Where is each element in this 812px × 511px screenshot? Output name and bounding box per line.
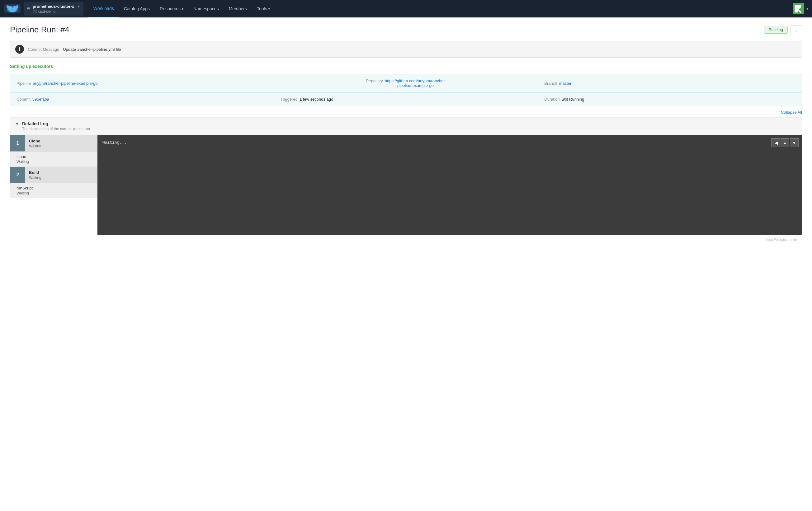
user-avatar[interactable] [793, 3, 804, 14]
pipeline-label: Pipeline [17, 81, 31, 86]
duration-value: Still Running [561, 97, 584, 102]
more-actions-button[interactable]: ⋮ [790, 25, 802, 34]
svg-point-5 [6, 5, 9, 8]
commit-value[interactable]: 595efaba [32, 97, 49, 102]
triggered-value: a few seconds ago [299, 97, 333, 102]
triggered-label: Triggered [281, 97, 298, 102]
substep-1-0-name: clone [17, 154, 93, 159]
triggered-cell: Triggered a few seconds ago [274, 92, 538, 106]
cluster-sub-name: ⬛ cicd-demo [33, 9, 80, 14]
header-actions: Building ⋮ [764, 25, 802, 34]
cluster-chevron-icon: ▼ [77, 5, 80, 8]
log-title-group: Detailed Log The detailed log of the cur… [22, 121, 91, 131]
collapse-all-link[interactable]: Collapse All [781, 110, 802, 115]
info-row-1: Pipeline anypm/rancher-pipeline-example-… [10, 74, 802, 92]
step-1-info: Clone Waiting [25, 135, 97, 152]
pipeline-info-grid: Pipeline anypm/rancher-pipeline-example-… [10, 74, 802, 106]
commit-bar: i Commit Message Update .rancher-pipelin… [10, 41, 802, 58]
step-2-status: Waiting [29, 176, 93, 180]
navbar: ☰ prometheus-cluster-x ▼ ⬛ cicd-demo Wor… [0, 0, 812, 18]
log-title: Detailed Log [22, 121, 91, 126]
step-1-name: Clone [29, 139, 93, 143]
detailed-log-body: 1 Clone Waiting clone Waiting [10, 135, 802, 235]
step-2-header[interactable]: 2 Build Waiting [10, 167, 97, 183]
log-up-btn[interactable]: ▲ [781, 138, 789, 147]
repository-value[interactable]: https://github.com/anypm/rancher-pipelin… [385, 79, 446, 88]
branch-cell: Branch master [538, 77, 802, 90]
svg-point-10 [14, 7, 15, 8]
steps-panel: 1 Clone Waiting clone Waiting [10, 135, 97, 235]
page-header: Pipeline Run: #4 Building ⋮ [10, 25, 802, 34]
duration-cell: Duration Still Running [538, 92, 802, 106]
logo[interactable] [4, 2, 21, 15]
nav-links: Workloads Catalog Apps Resources ▾ Names… [88, 0, 793, 18]
step-1-number: 1 [10, 135, 25, 152]
substep-2-0-status: Waiting [17, 191, 93, 195]
step-1-header[interactable]: 1 Clone Waiting [10, 135, 97, 152]
nav-members[interactable]: Members [224, 0, 252, 18]
nav-workloads[interactable]: Workloads [88, 0, 119, 18]
svg-rect-14 [794, 7, 800, 9]
detailed-log-section: ▼ Detailed Log The detailed log of the c… [10, 117, 802, 235]
svg-point-9 [10, 7, 10, 8]
log-down-icon: ▼ [792, 140, 796, 145]
nav-tools[interactable]: Tools ▾ [252, 0, 275, 18]
svg-point-6 [16, 5, 18, 8]
step-1-sub-0[interactable]: clone Waiting [10, 152, 97, 166]
log-content: Waiting... [103, 140, 797, 145]
nav-namespaces[interactable]: Namespaces [188, 0, 224, 18]
footer-text: https://blog.csdn.net/ [765, 238, 797, 241]
step-2-name: Build [29, 170, 93, 175]
log-first-icon: |◀ [774, 140, 778, 145]
log-panel: |◀ ▲ ▼ Waiting... [97, 135, 802, 235]
setting-up-label: Setting up executors [10, 64, 802, 69]
info-icon: i [15, 45, 24, 54]
info-row-2: Commit 595efaba Triggered a few seconds … [10, 92, 802, 106]
page-content: Pipeline Run: #4 Building ⋮ i Commit Mes… [0, 18, 812, 251]
step-2-info: Build Waiting [25, 167, 97, 183]
cluster-main-name: prometheus-cluster-x [33, 4, 74, 9]
log-down-btn[interactable]: ▼ [790, 138, 799, 147]
page-title: Pipeline Run: #4 [10, 25, 69, 34]
navbar-right: ▾ [793, 3, 812, 14]
step-2-number: 2 [10, 167, 25, 183]
step-1-status: Waiting [29, 144, 93, 148]
substep-1-0-status: Waiting [17, 160, 93, 164]
duration-label: Duration [544, 97, 559, 102]
resources-chevron-icon: ▾ [182, 7, 183, 10]
collapse-bar: Collapse All [10, 110, 802, 115]
step-2-sub-0[interactable]: runScript Waiting [10, 183, 97, 198]
svg-point-4 [9, 8, 16, 12]
repository-label: Repositry [366, 79, 383, 83]
log-first-btn[interactable]: |◀ [771, 138, 780, 147]
commit-label-info: Commit [17, 97, 30, 102]
branch-label: Branch [544, 81, 557, 86]
log-toolbar: |◀ ▲ ▼ [771, 138, 799, 147]
pipeline-value[interactable]: anypm/rancher-pipeline-example-go [33, 81, 97, 86]
user-menu-chevron-icon[interactable]: ▾ [806, 6, 808, 11]
nav-resources[interactable]: Resources ▾ [155, 0, 188, 18]
step-group-1: 1 Clone Waiting clone Waiting [10, 135, 97, 167]
branch-value[interactable]: master [559, 81, 572, 86]
step-group-2: 2 Build Waiting runScript Waiting [10, 167, 97, 198]
log-up-icon: ▲ [783, 140, 787, 145]
page-footer: https://blog.csdn.net/ [10, 235, 802, 244]
detailed-log-header[interactable]: ▼ Detailed Log The detailed log of the c… [10, 117, 802, 135]
log-chevron-icon: ▼ [15, 122, 19, 126]
tools-chevron-icon: ▾ [268, 7, 270, 10]
building-badge: Building [764, 26, 788, 34]
cluster-selector[interactable]: ☰ prometheus-cluster-x ▼ ⬛ cicd-demo [24, 2, 83, 16]
nav-catalog-apps[interactable]: Catalog Apps [119, 0, 155, 18]
repository-cell: Repositry https://github.com/anypm/ranch… [274, 74, 538, 92]
commit-message: Update .rancher-pipeline.yml file [63, 47, 121, 52]
pipeline-cell: Pipeline anypm/rancher-pipeline-example-… [10, 77, 274, 90]
commit-cell: Commit 595efaba [10, 92, 274, 106]
commit-label: Commit Message [28, 47, 59, 52]
cluster-icon: ☰ [27, 6, 30, 11]
log-subtitle: The detailed log of the current pileine … [22, 127, 91, 131]
cluster-name-group: prometheus-cluster-x ▼ ⬛ cicd-demo [33, 4, 80, 14]
substep-2-0-name: runScript [17, 186, 93, 190]
